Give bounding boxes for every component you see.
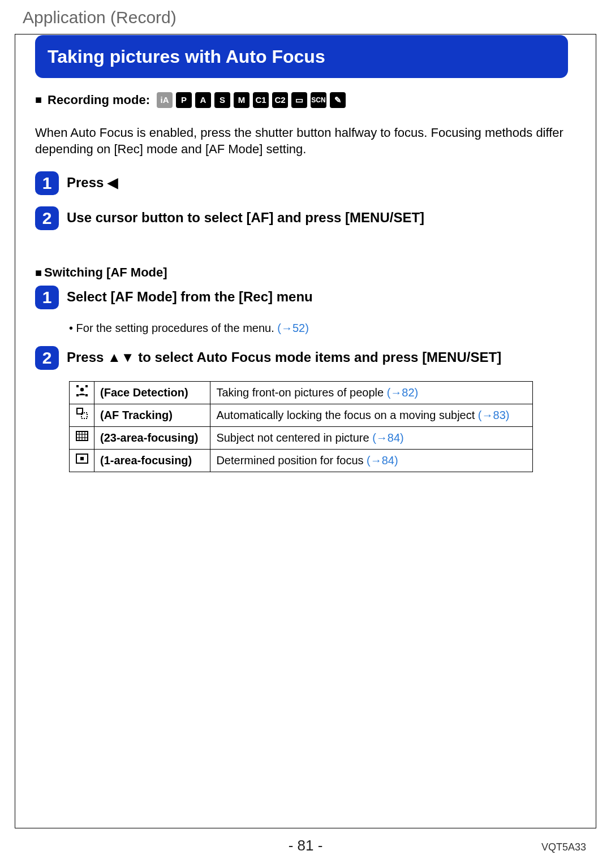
svg-rect-0	[76, 385, 79, 387]
mode-icon-p: P	[176, 92, 192, 108]
square-bullet-icon: ■	[35, 92, 42, 107]
step-1-text: Press ◀	[67, 171, 118, 191]
svg-rect-2	[76, 394, 79, 396]
step-2-text: Use cursor button to select [AF] and pre…	[67, 206, 424, 226]
mode-icon-s: S	[214, 92, 230, 108]
link-82[interactable]: (→82)	[387, 386, 419, 399]
switch-step-badge-2: 2	[35, 346, 59, 370]
af-tracking-desc: Automatically locking the focus on a mov…	[216, 409, 477, 421]
title-banner: Taking pictures with Auto Focus	[35, 35, 568, 78]
step-2: 2 Use cursor button to select [AF] and p…	[35, 206, 568, 230]
face-detection-desc-cell: Taking front-on pictures of people (→82)	[210, 381, 533, 404]
link-83[interactable]: (→83)	[478, 409, 510, 421]
switching-heading-text: Switching [AF Mode]	[44, 265, 167, 279]
area23-name: (23-area-focusing)	[94, 426, 210, 449]
link-52[interactable]: (→52)	[277, 322, 309, 334]
face-detection-desc: Taking front-on pictures of people	[216, 386, 386, 399]
link-84b[interactable]: (→84)	[367, 454, 398, 467]
svg-point-4	[80, 388, 83, 391]
step-badge-1: 1	[35, 171, 59, 195]
af-tracking-name: (AF Tracking)	[94, 404, 210, 426]
intro-text: When Auto Focus is enabled, press the sh…	[35, 124, 568, 158]
area1-desc-cell: Determined position for focus (→84)	[210, 449, 533, 472]
table-row: (Face Detection) Taking front-on picture…	[70, 381, 533, 404]
switching-heading: ■Switching [AF Mode]	[35, 264, 568, 281]
mode-icon-c2: C2	[272, 92, 288, 108]
mode-icon-ia: iA	[157, 92, 173, 108]
mode-icon-a: A	[195, 92, 211, 108]
svg-rect-14	[80, 457, 84, 460]
table-row: (AF Tracking) Automatically locking the …	[70, 404, 533, 426]
recording-mode-label: Recording mode:	[48, 92, 150, 109]
af-tracking-desc-cell: Automatically locking the focus on a mov…	[210, 404, 533, 426]
switch-step-1-sub: • For the setting procedures of the menu…	[69, 321, 568, 336]
mode-icon-creative: ✎	[330, 92, 346, 108]
step-1: 1 Press ◀	[35, 171, 568, 195]
switch-step-1-text: Select [AF Mode] from the [Rec] menu	[67, 286, 313, 305]
af-tracking-icon	[70, 404, 94, 426]
switch-step-badge-1: 1	[35, 286, 59, 309]
face-detection-icon	[70, 381, 94, 404]
content-area: ■ Recording mode: iA P A S M C1 C2 ▭ SCN…	[35, 92, 568, 472]
mode-icon-scn: SCN	[311, 92, 326, 108]
table-row: (1-area-focusing) Determined position fo…	[70, 449, 533, 472]
area23-desc-cell: Subject not centered in picture (→84)	[210, 426, 533, 449]
mode-icon-panorama: ▭	[291, 92, 307, 108]
page-number: - 81 -	[0, 837, 611, 854]
area1-icon	[70, 449, 94, 472]
switch-step-2: 2 Press ▲▼ to select Auto Focus mode ite…	[35, 346, 568, 370]
square-bullet-icon: ■	[35, 266, 42, 279]
area1-desc: Determined position for focus	[216, 454, 367, 467]
link-84a[interactable]: (→84)	[372, 431, 404, 444]
svg-rect-1	[85, 385, 88, 387]
mode-icon-m: M	[234, 92, 249, 108]
step-1-label: Press ◀	[67, 175, 118, 190]
svg-rect-3	[85, 394, 88, 396]
switch-step-1: 1 Select [AF Mode] from the [Rec] menu	[35, 286, 568, 309]
step-badge-2: 2	[35, 206, 59, 230]
mode-icon-c1: C1	[253, 92, 269, 108]
area23-icon	[70, 426, 94, 449]
area23-desc: Subject not centered in picture	[216, 431, 372, 444]
area1-name: (1-area-focusing)	[94, 449, 210, 472]
switch-step-2-text: Press ▲▼ to select Auto Focus mode items…	[67, 346, 501, 366]
switch-step-1-sub-text: For the setting procedures of the menu.	[76, 322, 278, 334]
af-mode-table: (Face Detection) Taking front-on picture…	[69, 381, 533, 472]
doc-code: VQT5A33	[541, 841, 586, 853]
page-title: Taking pictures with Auto Focus	[48, 46, 325, 67]
header-category: Application (Record)	[23, 8, 177, 27]
face-detection-name: (Face Detection)	[94, 381, 210, 404]
recording-mode-line: ■ Recording mode: iA P A S M C1 C2 ▭ SCN…	[35, 92, 568, 109]
table-row: (23-area-focusing) Subject not centered …	[70, 426, 533, 449]
